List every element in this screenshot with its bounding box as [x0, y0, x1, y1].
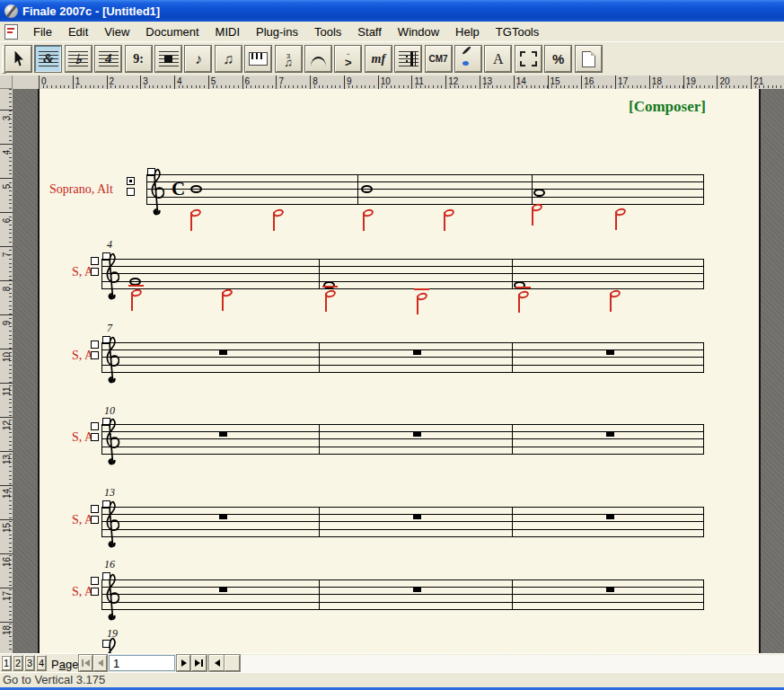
finale-app-icon[interactable]	[4, 4, 18, 18]
barline[interactable]	[101, 342, 102, 373]
menu-document[interactable]: Document	[137, 23, 207, 40]
time-signature-tool[interactable]: 4	[95, 46, 121, 72]
whole-rest[interactable]	[606, 350, 614, 355]
barline[interactable]	[703, 507, 704, 537]
expression-tool[interactable]: mf	[366, 46, 392, 72]
staff-name-handle[interactable]	[91, 257, 99, 265]
whole-rest[interactable]	[219, 515, 227, 519]
barline[interactable]	[512, 259, 513, 289]
scrollbar-left-arrow[interactable]	[209, 655, 225, 671]
whole-rest[interactable]	[413, 515, 421, 519]
view-page-button-4[interactable]: 4	[36, 655, 47, 671]
staff-system-2[interactable]	[101, 259, 704, 289]
half-note-layer2[interactable]	[532, 204, 542, 211]
staff-name-handle[interactable]	[91, 268, 99, 276]
barline[interactable]	[703, 342, 704, 373]
mass-edit-tool[interactable]	[515, 46, 542, 72]
barline[interactable]	[101, 579, 102, 610]
menu-tools[interactable]: Tools	[306, 23, 349, 40]
staff-system-5[interactable]	[101, 507, 704, 537]
menu-tgtools[interactable]: TGTools	[488, 23, 547, 40]
whole-rest[interactable]	[606, 515, 614, 519]
half-note-layer2[interactable]	[222, 289, 233, 296]
whole-rest[interactable]	[606, 432, 614, 437]
menu-edit[interactable]: Edit	[60, 23, 96, 40]
barline[interactable]	[703, 174, 704, 205]
staff-name-handle[interactable]	[91, 588, 99, 596]
barline[interactable]	[319, 579, 320, 610]
barline[interactable]	[532, 174, 533, 205]
whole-rest[interactable]	[413, 350, 421, 355]
barline[interactable]	[512, 424, 513, 455]
whole-rest[interactable]	[413, 588, 421, 592]
smart-shape-tool[interactable]	[305, 46, 331, 72]
barline[interactable]	[357, 174, 358, 205]
last-page-button[interactable]	[191, 655, 207, 671]
hyperscribe-tool[interactable]: ♫	[216, 46, 242, 72]
barline[interactable]	[146, 174, 147, 205]
half-note-layer2[interactable]	[444, 209, 454, 217]
whole-rest[interactable]	[606, 588, 614, 592]
next-page-button[interactable]	[177, 655, 190, 671]
view-page-button-2[interactable]: 2	[13, 655, 23, 671]
half-note-layer2[interactable]	[615, 208, 626, 216]
barline[interactable]	[703, 579, 704, 610]
barline[interactable]	[319, 342, 320, 373]
staff-name-handle[interactable]	[91, 422, 99, 430]
score-page[interactable]: [Composer] Soprano, AltCS, A4S, A7S, A10…	[38, 89, 761, 653]
staff-name-handle[interactable]	[91, 433, 99, 441]
lyrics-tool[interactable]	[455, 46, 481, 72]
time-signature[interactable]: C	[172, 178, 185, 199]
horizontal-scrollbar-track[interactable]	[209, 655, 784, 672]
first-page-button[interactable]	[79, 655, 92, 671]
staff-name-handle[interactable]	[91, 577, 99, 585]
barline[interactable]	[101, 424, 102, 455]
staff-name-handle[interactable]	[91, 516, 99, 524]
half-note-layer2[interactable]	[610, 290, 621, 297]
barline[interactable]	[101, 507, 102, 537]
menu-plugins[interactable]: Plug-ins	[248, 23, 306, 40]
clef-tool[interactable]: 9:	[126, 46, 152, 72]
staff-name-label[interactable]: Soprano, Alt	[49, 182, 113, 197]
chord-tool[interactable]: CM7	[426, 46, 452, 72]
menu-help[interactable]: Help	[447, 23, 488, 40]
menu-window[interactable]: Window	[390, 23, 447, 40]
whole-note[interactable]	[190, 185, 202, 193]
whole-note[interactable]	[533, 189, 545, 197]
half-note-layer2[interactable]	[131, 289, 142, 296]
page-layout-tool[interactable]	[576, 46, 602, 72]
whole-rest[interactable]	[219, 588, 227, 592]
half-note-layer2[interactable]	[417, 293, 427, 300]
staff-system-6[interactable]	[101, 579, 704, 610]
staff-system-4[interactable]	[101, 424, 704, 455]
previous-page-button[interactable]	[93, 655, 107, 671]
staff-name-handle[interactable]	[91, 351, 99, 359]
staff-name-handle[interactable]	[91, 341, 99, 349]
staff-name-handle[interactable]	[127, 188, 135, 196]
half-note-layer2[interactable]	[363, 209, 374, 217]
whole-rest[interactable]	[413, 432, 421, 437]
menu-staff[interactable]: Staff	[349, 23, 390, 40]
horizontal-scrollbar-thumb[interactable]	[225, 655, 240, 671]
view-page-button-3[interactable]: 3	[24, 655, 35, 671]
menu-file[interactable]: File	[25, 23, 60, 40]
document-window-icon[interactable]	[4, 24, 18, 40]
page-number-input[interactable]	[109, 655, 175, 671]
mirror-tool[interactable]: %	[545, 46, 571, 72]
staff-system-3[interactable]	[101, 342, 704, 373]
barline[interactable]	[512, 507, 513, 537]
barline[interactable]	[101, 259, 102, 289]
barline[interactable]	[703, 259, 704, 289]
whole-rest[interactable]	[219, 350, 227, 355]
half-note-layer2[interactable]	[190, 209, 201, 217]
whole-note[interactable]	[361, 185, 373, 193]
midi-tool[interactable]	[245, 46, 271, 72]
whole-rest[interactable]	[219, 432, 227, 437]
menu-view[interactable]: View	[96, 23, 137, 40]
barline[interactable]	[319, 507, 320, 537]
measure-tool[interactable]	[155, 46, 181, 72]
articulation-tool[interactable]: ˘>	[335, 46, 361, 72]
half-note-layer2[interactable]	[325, 290, 336, 297]
view-page-button-1[interactable]: 1	[1, 655, 12, 671]
staff-system-1[interactable]	[146, 174, 704, 205]
